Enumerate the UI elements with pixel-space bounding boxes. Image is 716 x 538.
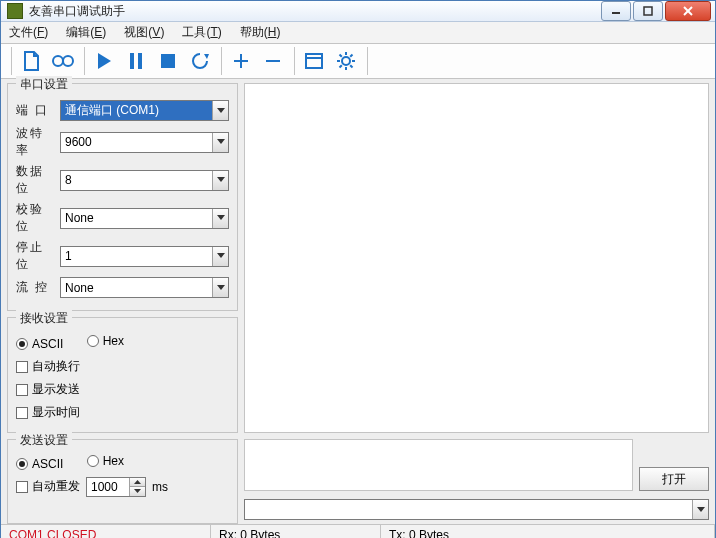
toolbar-plus[interactable] xyxy=(226,46,256,76)
toolbar-minus[interactable] xyxy=(258,46,288,76)
toolbar-play[interactable] xyxy=(89,46,119,76)
minimize-button[interactable] xyxy=(601,1,631,21)
maximize-button[interactable] xyxy=(633,1,663,21)
radio-send-ascii[interactable]: ASCII xyxy=(16,457,63,471)
radio-recv-ascii[interactable]: ASCII xyxy=(16,337,63,351)
svg-marker-28 xyxy=(217,215,225,220)
check-showsend-label: 显示发送 xyxy=(32,381,80,398)
label-port: 端 口 xyxy=(16,102,56,119)
check-autowrap-label: 自动换行 xyxy=(32,358,80,375)
status-tx: Tx: 0 Bytes xyxy=(381,525,715,538)
toolbar-pause[interactable] xyxy=(121,46,151,76)
group-send-settings: 发送设置 ASCII Hex 自动重发 1000 ms xyxy=(7,439,238,524)
toolbar-new-file[interactable] xyxy=(16,46,46,76)
toolbar-separator xyxy=(221,47,222,75)
close-button[interactable] xyxy=(665,1,711,21)
checkbox-icon xyxy=(16,384,28,396)
pause-icon xyxy=(128,51,144,71)
menu-tools[interactable]: 工具(T) xyxy=(178,22,225,43)
svg-point-16 xyxy=(342,57,350,65)
combo-flow-value: None xyxy=(65,281,94,295)
chevron-down-icon xyxy=(212,101,228,120)
send-history-combo[interactable] xyxy=(244,499,709,520)
radio-send-hex[interactable]: Hex xyxy=(87,454,124,468)
spin-interval[interactable]: 1000 xyxy=(86,477,146,497)
window-icon xyxy=(304,52,324,70)
svg-line-21 xyxy=(340,55,342,57)
svg-marker-30 xyxy=(217,285,225,290)
status-port: COM1 CLOSED xyxy=(1,525,211,538)
radio-recv-ascii-label: ASCII xyxy=(32,337,63,351)
spin-up-button[interactable] xyxy=(130,478,145,487)
check-autowrap[interactable]: 自动换行 xyxy=(16,358,80,375)
radio-send-hex-label: Hex xyxy=(103,454,124,468)
combo-stopbits-value: 1 xyxy=(65,249,72,263)
spin-down-button[interactable] xyxy=(130,486,145,496)
play-icon xyxy=(95,51,113,71)
radio-send-ascii-label: ASCII xyxy=(32,457,63,471)
chevron-down-icon xyxy=(212,171,228,190)
svg-marker-31 xyxy=(134,480,141,484)
document-icon xyxy=(21,50,41,72)
check-autoresend[interactable]: 自动重发 xyxy=(16,478,80,495)
check-showtime[interactable]: 显示时间 xyxy=(16,404,80,421)
svg-marker-33 xyxy=(697,507,705,512)
chevron-down-icon xyxy=(212,278,228,297)
menu-edit[interactable]: 编辑(E) xyxy=(62,22,110,43)
radio-dot-icon xyxy=(16,458,28,470)
group-serial-settings: 串口设置 端 口 通信端口 (COM1) 波特率 9600 数据位 8 校验位 xyxy=(7,83,238,311)
spin-interval-value: 1000 xyxy=(87,480,129,494)
svg-rect-14 xyxy=(306,54,322,68)
combo-flow[interactable]: None xyxy=(60,277,229,298)
window-title: 友善串口调试助手 xyxy=(29,3,599,20)
label-baud: 波特率 xyxy=(16,125,56,159)
send-textarea[interactable] xyxy=(244,439,633,491)
toolbar-refresh[interactable] xyxy=(185,46,215,76)
receive-textarea[interactable] xyxy=(244,83,709,433)
toolbar-settings[interactable] xyxy=(331,46,361,76)
app-window: 友善串口调试助手 文件(F) 编辑(E) 视图(V) 工具(T) 帮助(H) xyxy=(0,0,716,538)
label-flow: 流 控 xyxy=(16,279,56,296)
open-button-label: 打开 xyxy=(662,471,686,488)
check-showtime-label: 显示时间 xyxy=(32,404,80,421)
plus-icon xyxy=(232,52,250,70)
lower-row: 发送设置 ASCII Hex 自动重发 1000 ms xyxy=(7,439,709,524)
radio-recv-hex[interactable]: Hex xyxy=(87,334,124,348)
svg-marker-29 xyxy=(217,253,225,258)
combo-parity[interactable]: None xyxy=(60,208,229,229)
minus-icon xyxy=(264,52,282,70)
combo-stopbits[interactable]: 1 xyxy=(60,246,229,267)
toolbar-stop[interactable] xyxy=(153,46,183,76)
stop-icon xyxy=(159,52,177,70)
legend-serial: 串口设置 xyxy=(16,76,72,93)
check-showsend[interactable]: 显示发送 xyxy=(16,381,80,398)
menu-view[interactable]: 视图(V) xyxy=(120,22,168,43)
svg-marker-32 xyxy=(134,489,141,493)
group-recv-settings: 接收设置 ASCII Hex 自动换行 显示发送 显示时间 xyxy=(7,317,238,433)
toolbar-separator xyxy=(11,47,12,75)
legend-send: 发送设置 xyxy=(16,432,72,449)
combo-baud[interactable]: 9600 xyxy=(60,132,229,153)
toolbar-separator xyxy=(294,47,295,75)
checkbox-icon xyxy=(16,481,28,493)
left-column: 串口设置 端 口 通信端口 (COM1) 波特率 9600 数据位 8 校验位 xyxy=(7,83,238,433)
toolbar-record[interactable] xyxy=(48,46,78,76)
menu-help[interactable]: 帮助(H) xyxy=(236,22,285,43)
radio-recv-hex-label: Hex xyxy=(103,334,124,348)
combo-databits[interactable]: 8 xyxy=(60,170,229,191)
menu-file[interactable]: 文件(F) xyxy=(5,22,52,43)
combo-port-value: 通信端口 (COM1) xyxy=(65,102,159,119)
combo-port[interactable]: 通信端口 (COM1) xyxy=(60,100,229,121)
upper-row: 串口设置 端 口 通信端口 (COM1) 波特率 9600 数据位 8 校验位 xyxy=(7,83,709,433)
legend-recv: 接收设置 xyxy=(16,310,72,327)
toolbar-window[interactable] xyxy=(299,46,329,76)
chevron-down-icon xyxy=(212,133,228,152)
label-ms: ms xyxy=(152,480,168,494)
svg-rect-8 xyxy=(138,53,142,69)
app-icon xyxy=(7,3,23,19)
client-area: 串口设置 端 口 通信端口 (COM1) 波特率 9600 数据位 8 校验位 xyxy=(1,79,715,524)
open-button[interactable]: 打开 xyxy=(639,467,709,491)
svg-point-4 xyxy=(53,56,63,66)
toolbar-separator xyxy=(84,47,85,75)
check-autoresend-label: 自动重发 xyxy=(32,478,80,495)
